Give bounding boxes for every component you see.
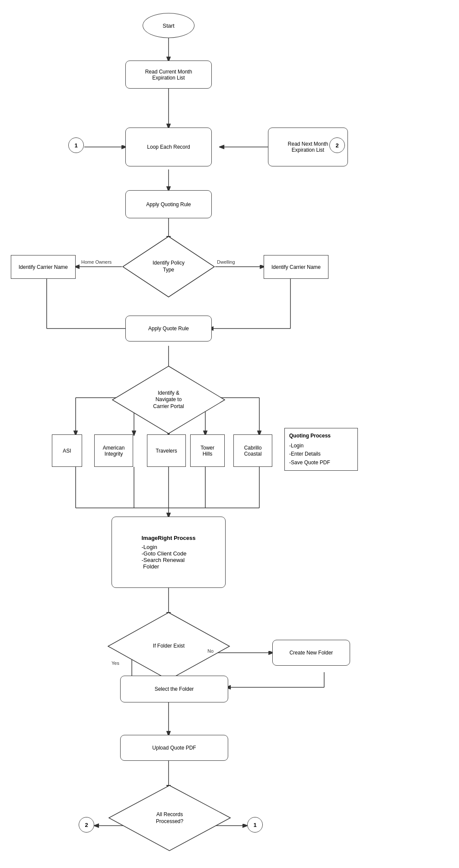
identify-carrier-right-shape: Identify Carrier Name — [264, 255, 328, 279]
apply-quote-rule-shape: Apply Quote Rule — [125, 316, 212, 341]
apply-quoting-rule-shape: Apply Quoting Rule — [125, 190, 212, 218]
upload-quote-shape: Upload Quote PDF — [120, 735, 228, 761]
connector-1-top: 1 — [68, 137, 84, 153]
no-label: No — [207, 648, 214, 654]
imageright-process-shape: ImageRight Process -Login-Goto Client Co… — [112, 517, 226, 588]
identify-carrier-right-label: Identify Carrier Name — [271, 264, 321, 270]
tower-hills-shape: Tower Hills — [190, 434, 225, 467]
imageright-process-content: ImageRight Process -Login-Goto Client Co… — [135, 530, 202, 574]
dwelling-label: Dwelling — [217, 259, 235, 265]
quoting-process-box: Quoting Process -Login-Enter Details-Sav… — [284, 428, 358, 471]
asi-shape: ASI — [52, 434, 82, 467]
all-records-diamond: All RecordsProcessed? — [108, 785, 231, 852]
home-owners-label: Home Owners — [81, 259, 112, 265]
connector-1-bottom-label: 1 — [253, 822, 256, 828]
yes-label: Yes — [112, 661, 119, 666]
if-folder-exist-label: If Folder Exist — [153, 643, 185, 650]
connector-2-top: 2 — [329, 137, 345, 153]
all-records-label: All RecordsProcessed? — [156, 811, 183, 825]
identify-policy-type-diamond: Identify PolicyType — [122, 236, 215, 298]
identify-policy-type-label: Identify PolicyType — [153, 260, 185, 273]
read-next-month-label: Read Next Month Expiration List — [288, 141, 328, 153]
create-new-folder-label: Create New Folder — [290, 650, 333, 656]
select-folder-shape: Select the Folder — [120, 676, 228, 702]
upload-quote-label: Upload Quote PDF — [152, 745, 196, 751]
identify-navigate-label: Identify &Navigate toCarrier Portal — [153, 390, 184, 410]
start-label: Start — [163, 22, 174, 29]
american-integrity-label: American Integrity — [103, 445, 125, 457]
cabrillo-coastal-shape: Cabrillo Coastal — [233, 434, 272, 467]
travelers-label: Travelers — [156, 448, 177, 454]
quoting-process-lines: -Login-Enter Details-Save Quote PDF — [289, 442, 353, 467]
select-folder-label: Select the Folder — [155, 686, 194, 692]
if-folder-exist-diamond: If Folder Exist — [107, 612, 230, 681]
tower-hills-label: Tower Hills — [201, 445, 214, 457]
connector-2-bottom-label: 2 — [85, 822, 88, 828]
loop-each-record-label: Loop Each Record — [147, 144, 190, 150]
imageright-title: ImageRight Process — [142, 535, 196, 541]
travelers-shape: Travelers — [147, 434, 186, 467]
loop-each-record-shape: Loop Each Record — [125, 128, 212, 166]
apply-quoting-rule-label: Apply Quoting Rule — [146, 201, 191, 207]
create-new-folder-shape: Create New Folder — [272, 640, 350, 666]
connector-1-bottom: 1 — [247, 817, 263, 833]
connector-2-bottom: 2 — [79, 817, 94, 833]
identify-navigate-diamond: Identify &Navigate toCarrier Portal — [112, 365, 226, 434]
identify-carrier-left-label: Identify Carrier Name — [19, 264, 68, 270]
quoting-process-title: Quoting Process — [289, 432, 353, 440]
connector-2-top-label: 2 — [335, 142, 338, 149]
identify-carrier-left-shape: Identify Carrier Name — [11, 255, 76, 279]
american-integrity-shape: American Integrity — [94, 434, 133, 467]
connector-1-top-label: 1 — [74, 142, 77, 149]
start-shape: Start — [143, 13, 194, 38]
flowchart: Start Read Current Month Expiration List… — [0, 0, 459, 868]
imageright-lines: -Login-Goto Client Code-Search Renewal F… — [142, 544, 196, 570]
cabrillo-coastal-label: Cabrillo Coastal — [244, 445, 262, 457]
asi-label: ASI — [63, 448, 71, 454]
apply-quote-rule-label: Apply Quote Rule — [148, 326, 189, 332]
read-current-month-shape: Read Current Month Expiration List — [125, 61, 212, 89]
read-current-month-label: Read Current Month Expiration List — [145, 69, 192, 81]
